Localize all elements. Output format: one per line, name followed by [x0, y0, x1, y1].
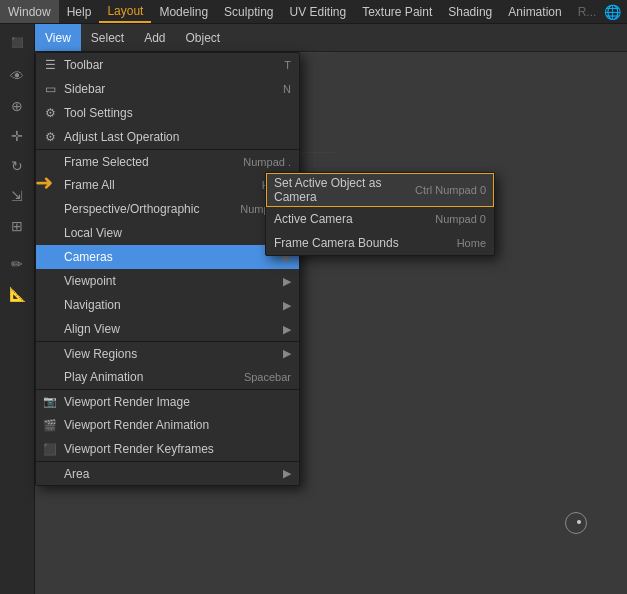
shading-tab[interactable]: Shading	[440, 0, 500, 23]
help-menu[interactable]: Help	[59, 0, 100, 23]
play-animation-item[interactable]: Play Animation Spacebar	[36, 365, 299, 389]
toolbar-item[interactable]: ☰ Toolbar T	[36, 53, 299, 77]
top-menubar: Window Help Layout Modeling Sculpting UV…	[0, 0, 627, 24]
local-view-item[interactable]: Local View ▶	[36, 221, 299, 245]
active-camera-item[interactable]: Active Camera Numpad 0	[266, 207, 494, 231]
frame-selected-item[interactable]: Frame Selected Numpad .	[36, 149, 299, 173]
cameras-item[interactable]: Cameras ▶	[36, 245, 299, 269]
sidebar-item[interactable]: ▭ Sidebar N	[36, 77, 299, 101]
viewpoint-arrow: ▶	[283, 275, 291, 288]
sidebar-icon-menu: ▭	[42, 81, 58, 97]
tool-settings-item[interactable]: ⚙ Tool Settings	[36, 101, 299, 125]
object-menu-button[interactable]: Object	[176, 24, 231, 51]
render-keyframes-icon: ⬛	[42, 441, 58, 457]
align-view-item[interactable]: Align View ▶	[36, 317, 299, 341]
navigation-arrow: ▶	[283, 299, 291, 312]
mode-icon[interactable]: ⬛	[3, 28, 31, 56]
viewport-render-animation-item[interactable]: 🎬 Viewport Render Animation	[36, 413, 299, 437]
view-menu-button[interactable]: View	[35, 24, 81, 51]
rotate-dot	[577, 520, 581, 524]
texture-paint-tab[interactable]: Texture Paint	[354, 0, 440, 23]
global-sphere-icon: 🌐	[604, 4, 621, 20]
window-menu[interactable]: Window	[0, 0, 59, 23]
rotate-icon[interactable]: ↻	[3, 152, 31, 180]
cursor-icon[interactable]: ⊕	[3, 92, 31, 120]
add-menu-button[interactable]: Add	[134, 24, 175, 51]
viewport-render-image-item[interactable]: 📷 Viewport Render Image	[36, 389, 299, 413]
layout-tab[interactable]: Layout	[99, 0, 151, 23]
adjust-last-op-item[interactable]: ⚙ Adjust Last Operation	[36, 125, 299, 149]
set-active-camera-item[interactable]: Set Active Object as Camera Ctrl Numpad …	[266, 173, 494, 207]
select-menu-button[interactable]: Select	[81, 24, 134, 51]
viewpoint-item[interactable]: Viewpoint ▶	[36, 269, 299, 293]
align-view-arrow: ▶	[283, 323, 291, 336]
tool-settings-icon: ⚙	[42, 105, 58, 121]
left-sidebar: ⬛ 👁 ⊕ ✛ ↻ ⇲ ⊞ ✏ 📐	[0, 24, 35, 594]
view-dropdown-menu: ☰ Toolbar T ▭ Sidebar N ⚙ Tool Settings …	[35, 52, 300, 486]
sculpting-tab[interactable]: Sculpting	[216, 0, 281, 23]
orange-arrow-indicator: ➜	[35, 170, 53, 196]
adjust-icon: ⚙	[42, 129, 58, 145]
render-image-icon: 📷	[42, 394, 58, 410]
frame-all-item[interactable]: Frame All Home	[36, 173, 299, 197]
scale-icon[interactable]: ⇲	[3, 182, 31, 210]
perspective-item[interactable]: Perspective/Orthographic Numpad 5	[36, 197, 299, 221]
move-icon[interactable]: ✛	[3, 122, 31, 150]
frame-camera-bounds-item[interactable]: Frame Camera Bounds Home	[266, 231, 494, 255]
uv-editing-tab[interactable]: UV Editing	[281, 0, 354, 23]
view-icon[interactable]: 👁	[3, 62, 31, 90]
annotate-icon[interactable]: ✏	[3, 250, 31, 278]
viewport-render-keyframes-item[interactable]: ⬛ Viewport Render Keyframes	[36, 437, 299, 461]
modeling-tab[interactable]: Modeling	[151, 0, 216, 23]
navigation-item[interactable]: Navigation ▶	[36, 293, 299, 317]
animation-tab[interactable]: Animation	[500, 0, 569, 23]
rotate-indicator	[565, 512, 587, 534]
cameras-submenu: Set Active Object as Camera Ctrl Numpad …	[265, 172, 495, 256]
toolbar-icon: ☰	[42, 57, 58, 73]
area-arrow: ▶	[283, 467, 291, 480]
measure-icon[interactable]: 📐	[3, 280, 31, 308]
area-item[interactable]: Area ▶	[36, 461, 299, 485]
more-tabs[interactable]: R...	[570, 0, 605, 23]
view-regions-item[interactable]: View Regions ▶	[36, 341, 299, 365]
render-anim-icon: 🎬	[42, 417, 58, 433]
view-regions-arrow: ▶	[283, 347, 291, 360]
header-bar: View Select Add Object	[35, 24, 627, 52]
transform-icon[interactable]: ⊞	[3, 212, 31, 240]
